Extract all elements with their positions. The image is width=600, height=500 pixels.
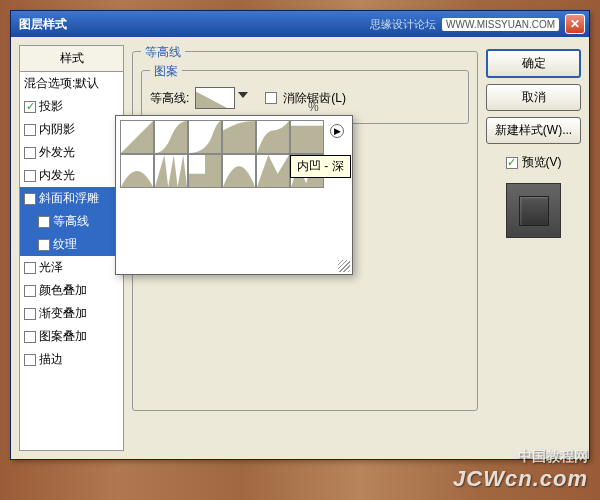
style-item-label: 内阴影 <box>39 121 75 138</box>
contour-group-label: 等高线 <box>141 44 185 61</box>
close-icon: ✕ <box>570 17 580 31</box>
contour-tooltip: 内凹 - 深 <box>290 155 351 178</box>
preview-row: 预览(V) <box>486 154 581 171</box>
contour-thumb[interactable] <box>222 154 256 188</box>
style-checkbox[interactable] <box>24 124 36 136</box>
style-item-label: 内发光 <box>39 167 75 184</box>
style-item[interactable]: 内发光 <box>20 164 123 187</box>
style-item-label: 纹理 <box>53 236 77 253</box>
pattern-subgroup-label: 图案 <box>150 63 182 80</box>
style-item-label: 外发光 <box>39 144 75 161</box>
close-button[interactable]: ✕ <box>565 14 585 34</box>
style-item[interactable]: 斜面和浮雕 <box>20 187 123 210</box>
antialias-checkbox[interactable] <box>265 92 277 104</box>
ok-button[interactable]: 确定 <box>486 49 581 78</box>
contour-thumb[interactable] <box>120 154 154 188</box>
contour-picker[interactable] <box>195 87 235 109</box>
style-checkbox[interactable] <box>24 354 36 366</box>
style-checkbox[interactable] <box>38 216 50 228</box>
style-item[interactable]: 内阴影 <box>20 118 123 141</box>
percent-label: % <box>308 100 319 114</box>
style-checkbox[interactable] <box>24 331 36 343</box>
preview-inner <box>519 196 549 226</box>
contour-thumb[interactable] <box>154 154 188 188</box>
watermark-url: JCWcn.com <box>453 466 588 492</box>
contour-thumb[interactable] <box>188 154 222 188</box>
titlebar-right: 思缘设计论坛 WWW.MISSYUAN.COM ✕ <box>370 14 585 34</box>
style-checkbox[interactable] <box>24 147 36 159</box>
style-item[interactable]: 渐变叠加 <box>20 302 123 325</box>
contour-popup: ▶ <box>115 115 353 275</box>
style-item-label: 投影 <box>39 98 63 115</box>
contour-thumb[interactable] <box>222 120 256 154</box>
contour-thumb[interactable] <box>290 120 324 154</box>
popup-menu-icon[interactable]: ▶ <box>330 124 344 138</box>
style-item-label: 颜色叠加 <box>39 282 87 299</box>
style-item[interactable]: 颜色叠加 <box>20 279 123 302</box>
brand-url: WWW.MISSYUAN.COM <box>442 18 559 31</box>
style-item[interactable]: 描边 <box>20 348 123 371</box>
contour-label: 等高线: <box>150 90 189 107</box>
preview-label: 预览(V) <box>522 154 562 171</box>
style-item-label: 图案叠加 <box>39 328 87 345</box>
watermark-cn: 中国教程网 <box>518 448 588 466</box>
contour-row: 等高线: 消除锯齿(L) <box>150 87 460 109</box>
style-item-label: 等高线 <box>53 213 89 230</box>
contour-thumb[interactable] <box>256 120 290 154</box>
preview-swatch <box>506 183 561 238</box>
style-checkbox[interactable] <box>24 193 36 205</box>
contour-thumb[interactable] <box>256 154 290 188</box>
styles-list: 混合选项:默认 投影内阴影外发光内发光斜面和浮雕等高线纹理光泽颜色叠加渐变叠加图… <box>19 72 124 451</box>
style-item[interactable]: 投影 <box>20 95 123 118</box>
action-buttons: 确定 取消 新建样式(W)... 预览(V) <box>486 45 581 451</box>
style-item-label: 描边 <box>39 351 63 368</box>
brand-text: 思缘设计论坛 <box>370 17 436 32</box>
style-item[interactable]: 光泽 <box>20 256 123 279</box>
blend-options-label: 混合选项:默认 <box>24 75 99 92</box>
contour-thumb[interactable] <box>154 120 188 154</box>
style-item[interactable]: 等高线 <box>20 210 123 233</box>
style-checkbox[interactable] <box>24 285 36 297</box>
style-checkbox[interactable] <box>24 170 36 182</box>
style-checkbox[interactable] <box>24 308 36 320</box>
styles-panel: 样式 混合选项:默认 投影内阴影外发光内发光斜面和浮雕等高线纹理光泽颜色叠加渐变… <box>19 45 124 451</box>
contour-thumb[interactable] <box>120 120 154 154</box>
resize-grip-icon[interactable] <box>338 260 350 272</box>
style-checkbox[interactable] <box>24 262 36 274</box>
styles-header: 样式 <box>19 45 124 72</box>
style-item-label: 渐变叠加 <box>39 305 87 322</box>
new-style-button[interactable]: 新建样式(W)... <box>486 117 581 144</box>
titlebar[interactable]: 图层样式 思缘设计论坛 WWW.MISSYUAN.COM ✕ <box>11 11 589 37</box>
contour-thumb[interactable] <box>188 120 222 154</box>
dialog-title: 图层样式 <box>15 16 67 33</box>
cancel-button[interactable]: 取消 <box>486 84 581 111</box>
style-checkbox[interactable] <box>38 239 50 251</box>
preview-checkbox[interactable] <box>506 157 518 169</box>
blend-options-item[interactable]: 混合选项:默认 <box>20 72 123 95</box>
style-item[interactable]: 纹理 <box>20 233 123 256</box>
style-checkbox[interactable] <box>24 101 36 113</box>
style-item[interactable]: 图案叠加 <box>20 325 123 348</box>
style-item[interactable]: 外发光 <box>20 141 123 164</box>
style-item-label: 斜面和浮雕 <box>39 190 99 207</box>
style-item-label: 光泽 <box>39 259 63 276</box>
